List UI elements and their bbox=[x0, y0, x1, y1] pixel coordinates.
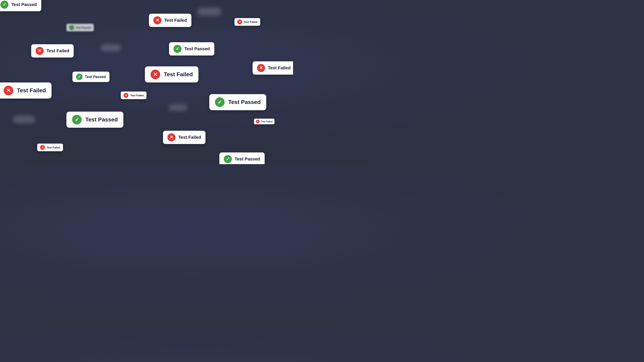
badge-label: Test Passed bbox=[11, 2, 37, 7]
fail-icon: ✕ bbox=[4, 86, 13, 95]
test-passed-badge-13: ✓ Test Passed bbox=[66, 112, 123, 128]
badge-label: Test Passed bbox=[235, 156, 260, 162]
test-passed-badge-7: ✓ Test Passed bbox=[72, 72, 110, 82]
test-passed-badge-4: ✓ Test Passed bbox=[66, 24, 94, 31]
badge-label: Test Passed bbox=[85, 75, 106, 79]
badge-label: Test Failed bbox=[268, 65, 290, 71]
pass-icon: ✓ bbox=[72, 115, 82, 124]
fail-icon: ✕ bbox=[237, 19, 242, 24]
pass-icon: ✓ bbox=[69, 25, 74, 30]
test-failed-badge-16: ✕ Test Failed bbox=[37, 144, 63, 151]
fail-icon: ✕ bbox=[36, 47, 44, 55]
badge-label: Test Failed bbox=[164, 71, 193, 78]
blur-pill-1 bbox=[197, 8, 222, 16]
fail-icon: ✕ bbox=[40, 145, 45, 150]
blur-pill-4 bbox=[13, 116, 35, 123]
fail-icon: ✕ bbox=[124, 93, 128, 98]
blur-pill-2 bbox=[100, 44, 121, 51]
fail-icon: ✕ bbox=[150, 70, 160, 79]
blur-pill-3 bbox=[169, 105, 187, 111]
fail-icon: ✕ bbox=[153, 16, 162, 24]
badge-label: Test Failed bbox=[17, 87, 46, 94]
test-failed-badge-15: ✕ Test Failed bbox=[163, 131, 206, 144]
test-failed-badge-14: ✕ Test Failed bbox=[254, 119, 274, 124]
badge-label: Test Failed bbox=[244, 20, 258, 23]
test-failed-badge-3: ✕ Test Failed bbox=[234, 18, 260, 26]
badge-label: Test Failed bbox=[261, 120, 272, 123]
pass-icon: ✓ bbox=[76, 74, 82, 80]
fail-icon: ✕ bbox=[257, 64, 265, 72]
badge-label: Test Passed bbox=[76, 26, 91, 29]
test-failed-badge-8: ✕ Test Failed bbox=[145, 66, 198, 82]
test-failed-badge-9: ✕ Test Failed bbox=[252, 61, 293, 75]
badge-label: Test Failed bbox=[47, 146, 60, 149]
test-passed-badge-17: ✓ Test Passed bbox=[219, 152, 265, 164]
test-failed-badge-11: ✕ Test Failed bbox=[121, 91, 146, 99]
fail-icon: ✕ bbox=[256, 120, 260, 123]
badge-label: Test Failed bbox=[46, 48, 69, 53]
fail-icon: ✕ bbox=[168, 133, 176, 141]
pass-icon: ✓ bbox=[0, 0, 8, 9]
pass-icon: ✓ bbox=[215, 97, 224, 107]
test-failed-badge-10: ✕ Test Failed bbox=[0, 82, 52, 98]
test-passed-badge-12: ✓ Test Passed bbox=[209, 94, 266, 110]
badge-label: Test Passed bbox=[228, 99, 260, 105]
pass-icon: ✓ bbox=[174, 45, 182, 53]
badge-label: Test Failed bbox=[164, 18, 187, 23]
pass-icon: ✓ bbox=[224, 155, 232, 163]
badge-label: Test Failed bbox=[178, 135, 201, 140]
badge-label: Test Passed bbox=[184, 46, 210, 51]
test-passed-badge-6: ✓ Test Passed bbox=[169, 42, 214, 55]
test-failed-badge-2: ✕ Test Failed bbox=[149, 14, 192, 27]
badge-label: Test Passed bbox=[85, 116, 118, 123]
badge-label: Test Failed bbox=[130, 94, 144, 97]
test-failed-badge-5: ✕ Test Failed bbox=[31, 44, 74, 57]
test-passed-badge-1: ✓ Test Passed bbox=[0, 0, 41, 11]
